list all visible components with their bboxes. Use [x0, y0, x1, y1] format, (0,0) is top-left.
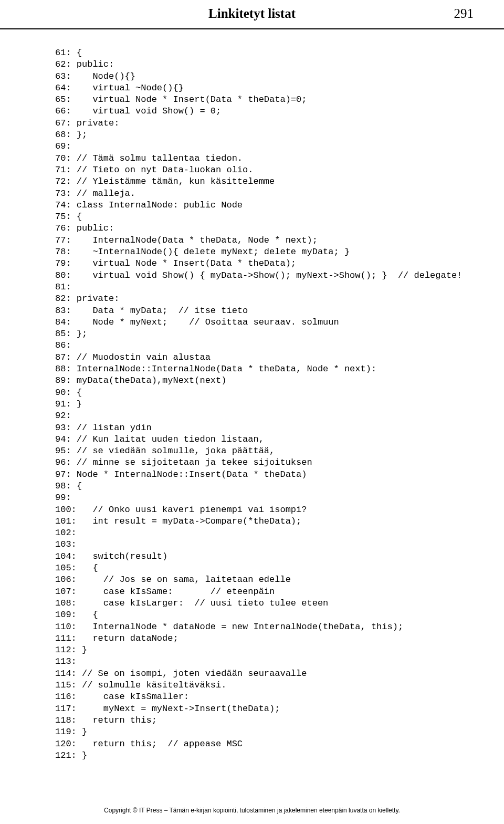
chapter-title: Linkitetyt listat [0, 6, 504, 21]
header-underline [0, 28, 504, 29]
code-listing: 61: { 62: public: 63: Node(){} 64: virtu… [55, 47, 462, 762]
copyright-footer: Copyright © IT Press – Tämän e-kirjan ko… [0, 807, 504, 814]
page-number: 291 [454, 6, 474, 21]
